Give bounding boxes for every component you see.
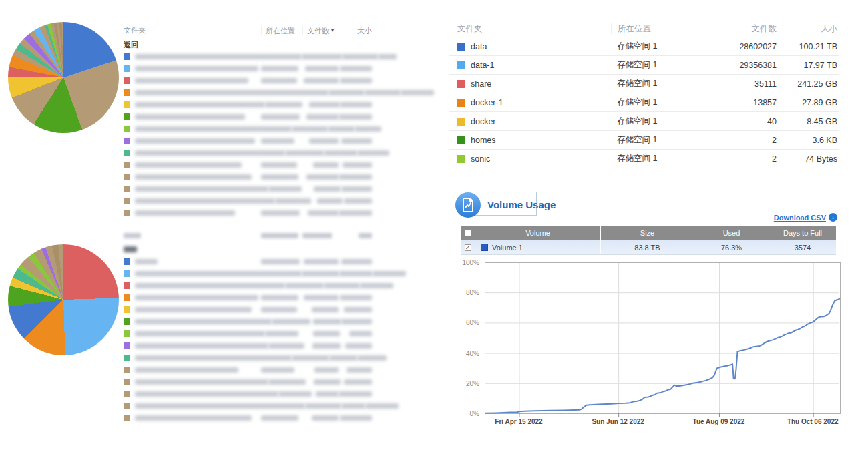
folder-row[interactable]: [124, 304, 372, 316]
folder-row[interactable]: [124, 292, 372, 304]
column-header-location: 所在位置: [611, 23, 718, 34]
folder-row[interactable]: [124, 171, 372, 183]
folder-row[interactable]: [124, 135, 372, 147]
folder-row[interactable]: sonic 存储空间 1 2 74 Bytes: [449, 150, 839, 168]
folder-row[interactable]: docker 存储空间 1 40 8.45 GB: [449, 112, 839, 131]
folder-row[interactable]: [124, 280, 372, 292]
folder-color-swatch: [124, 306, 130, 313]
folder-row[interactable]: [124, 256, 372, 268]
blurred-folder-name: [135, 78, 248, 83]
column-header-volume: Volume: [475, 226, 601, 240]
blurred-size: [401, 90, 434, 95]
column-header-location[interactable]: 所在位置: [261, 26, 302, 35]
blurred-size: [341, 259, 372, 264]
blurred-location: [302, 271, 339, 276]
column-header-filecount[interactable]: 文件数 ▾: [302, 26, 339, 35]
blurred-size: [341, 138, 372, 144]
folder-row[interactable]: [124, 388, 372, 400]
blurred-file-count: [309, 138, 339, 144]
blurred-size: [344, 198, 372, 204]
volume-name: Volume 1: [492, 244, 523, 252]
blurred-folder-name: [135, 295, 258, 300]
folder-row[interactable]: [124, 75, 372, 87]
folder-color-swatch: [124, 89, 130, 96]
volume-row[interactable]: ✓ Volume 1 83.8 TB 76.3% 3574: [461, 240, 836, 255]
folder-color-swatch: [124, 355, 130, 361]
folder-row[interactable]: [124, 376, 372, 388]
folder-color-swatch: [124, 77, 130, 84]
download-csv-link[interactable]: Download CSV ↓: [774, 213, 837, 222]
blurred-folder-name: [135, 283, 285, 288]
folder-row[interactable]: [124, 400, 372, 412]
column-header-filecount: 文件数: [718, 23, 777, 34]
folder-row[interactable]: [124, 340, 372, 352]
folder-row[interactable]: [124, 316, 372, 328]
blurred-folder-name: [135, 186, 268, 192]
blurred-file-count: [314, 186, 341, 192]
shared-folder-table: 文件夹 所在位置 文件数 大小 data 存储空间 1 28602027 100…: [449, 20, 839, 168]
folder-row[interactable]: [124, 99, 372, 111]
volume-used: 76.3%: [694, 240, 769, 254]
folder-row[interactable]: [124, 63, 372, 75]
y-axis-tick-label: 100%: [462, 259, 479, 266]
blurred-location: [261, 138, 294, 144]
blurred-size: [341, 186, 372, 192]
chart-y-axis-labels: 0%20%40%60%80%100%: [453, 262, 482, 418]
folder-row[interactable]: [124, 207, 372, 219]
folder-size-pie-chart-top: [8, 22, 119, 133]
folder-row[interactable]: [124, 364, 372, 376]
folder-row[interactable]: [124, 123, 372, 135]
folder-size: 241.25 GB: [777, 79, 839, 89]
blurred-folder-name: [135, 367, 238, 373]
blurred-size: [339, 174, 372, 180]
folder-file-count: 28602027: [718, 42, 777, 51]
folder-color-swatch: [124, 53, 130, 60]
blurred-size: [341, 319, 372, 324]
folder-size-pie-chart-bottom: [8, 244, 119, 355]
column-header-size: 大小: [777, 23, 839, 34]
folder-color-swatch: [124, 415, 130, 421]
x-axis-tick-label: Sun Jun 12 2022: [585, 418, 652, 425]
select-all-checkbox[interactable]: [465, 230, 471, 236]
folder-row[interactable]: [124, 147, 372, 159]
folder-file-count: 40: [718, 117, 777, 126]
blurred-back-link[interactable]: [124, 244, 372, 256]
y-axis-tick-label: 40%: [466, 350, 479, 357]
blurred-location: [265, 331, 298, 336]
folder-row[interactable]: [124, 328, 372, 340]
folder-row[interactable]: [124, 51, 372, 63]
folder-row[interactable]: [124, 87, 372, 99]
folder-row[interactable]: data-1 存储空间 1 29356381 17.97 TB: [449, 56, 839, 75]
folder-color-swatch: [457, 99, 465, 107]
blurred-location: [268, 379, 306, 385]
volume-checkbox[interactable]: ✓: [465, 244, 471, 251]
folder-row[interactable]: docker-1 存储空间 1 13857 27.89 GB: [449, 93, 839, 112]
blurred-table-header-row: [124, 229, 372, 242]
folder-row[interactable]: share 存储空间 1 35111 241.25 GB: [449, 75, 839, 93]
folder-row[interactable]: [124, 268, 372, 280]
blurred-location: [292, 126, 328, 132]
blurred-file-count: [312, 343, 341, 349]
folder-row[interactable]: data 存储空间 1 28602027 100.21 TB: [449, 37, 839, 56]
blurred-folder-name: [135, 174, 252, 180]
blurred-size: [339, 391, 372, 397]
volume-table-header: Volume Size Used Days to Full: [461, 226, 836, 240]
folder-row[interactable]: [124, 111, 372, 123]
blurred-size: [373, 271, 406, 276]
folder-row[interactable]: [124, 412, 372, 424]
folder-row[interactable]: [124, 183, 372, 195]
back-link[interactable]: 返回: [124, 39, 372, 51]
blurred-size: [378, 54, 397, 59]
folder-row[interactable]: [124, 195, 372, 207]
folder-location: 存储空间 1: [611, 153, 718, 164]
folder-color-swatch: [457, 155, 465, 163]
column-header-size[interactable]: 大小: [339, 26, 372, 35]
folder-row[interactable]: homes 存储空间 1 2 3.6 KB: [449, 131, 839, 150]
column-header-folder[interactable]: 文件夹: [124, 25, 261, 35]
blurred-header-location: [261, 233, 298, 238]
folder-row[interactable]: [124, 159, 372, 171]
folder-rows: [124, 256, 372, 424]
blurred-file-count: [316, 391, 339, 397]
blurred-size: [355, 126, 381, 132]
folder-row[interactable]: [124, 352, 372, 364]
